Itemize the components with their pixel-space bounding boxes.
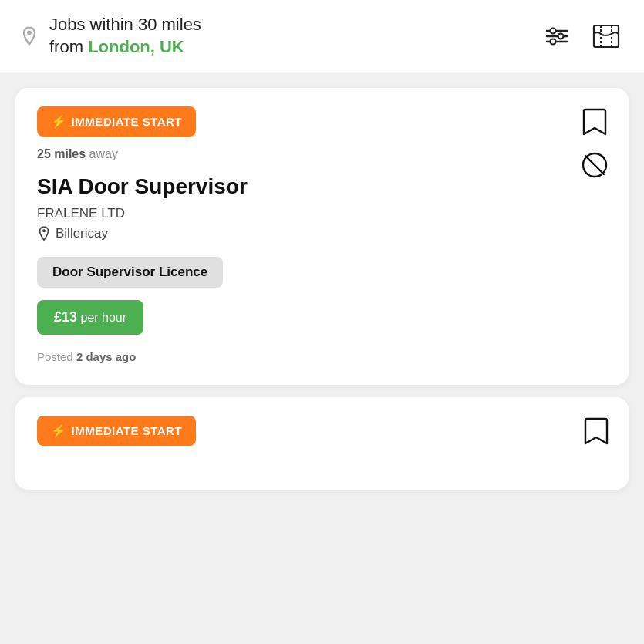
immediate-badge: ⚡ IMMEDIATE START	[37, 106, 196, 137]
job-list: ⚡ IMMEDIATE START 25 miles away SIA Door…	[0, 72, 644, 505]
svg-point-5	[558, 33, 564, 39]
badge-label-2: IMMEDIATE START	[72, 424, 183, 437]
svg-point-10	[42, 229, 46, 232]
bookmark-icon-2	[584, 417, 609, 445]
location-name: Billericay	[56, 226, 108, 241]
svg-line-9	[585, 156, 604, 174]
header-actions	[539, 17, 625, 56]
header-title-prefix: Jobs within 30 miles	[49, 15, 201, 34]
distance-suffix: away	[86, 147, 118, 160]
rate-badge: £13 per hour	[37, 288, 610, 335]
svg-rect-7	[594, 25, 619, 47]
svg-point-6	[551, 39, 556, 44]
rate-suffix: per hour	[77, 311, 126, 324]
location-icon	[37, 226, 51, 241]
header-location-section: Jobs within 30 miles from London, UK	[19, 14, 201, 58]
svg-point-0	[27, 30, 32, 35]
job-location: Billericay	[37, 226, 610, 241]
header-title: Jobs within 30 miles from London, UK	[49, 14, 201, 58]
card-actions-2	[582, 416, 610, 447]
distance-value: 25 miles	[37, 147, 86, 160]
posted-when: 2 days ago	[76, 350, 137, 363]
distance-text: 25 miles away	[37, 147, 610, 161]
job-card[interactable]: ⚡ IMMEDIATE START 25 miles away SIA Door…	[15, 88, 629, 385]
bookmark-button-2[interactable]	[582, 416, 610, 447]
block-icon	[581, 151, 609, 179]
card-actions	[579, 106, 610, 180]
map-icon	[590, 20, 622, 52]
bolt-icon: ⚡	[51, 114, 67, 129]
immediate-badge-2: ⚡ IMMEDIATE START	[37, 416, 196, 446]
posted-text: Posted 2 days ago	[37, 350, 610, 363]
svg-point-4	[551, 28, 556, 33]
bookmark-button[interactable]	[581, 106, 609, 137]
job-card-2[interactable]: ⚡ IMMEDIATE START	[15, 397, 629, 490]
header-city: London, UK	[88, 37, 184, 56]
filter-icon	[542, 22, 572, 51]
bolt-icon-2: ⚡	[51, 423, 67, 438]
location-pin-icon	[19, 25, 40, 47]
company-name: FRALENE LTD	[37, 206, 610, 221]
map-view-button[interactable]	[587, 17, 625, 56]
hide-button[interactable]	[579, 150, 610, 180]
bookmark-icon	[582, 108, 607, 136]
app-header: Jobs within 30 miles from London, UK	[0, 0, 644, 72]
licence-tag: Door Supervisor Licence	[37, 257, 223, 288]
rate-value: £13	[54, 309, 77, 325]
filter-button[interactable]	[539, 19, 575, 54]
header-title-from: from	[49, 37, 83, 56]
job-title: SIA Door Supervisor	[37, 174, 610, 200]
badge-label: IMMEDIATE START	[72, 115, 183, 128]
posted-prefix: Posted	[37, 350, 76, 363]
